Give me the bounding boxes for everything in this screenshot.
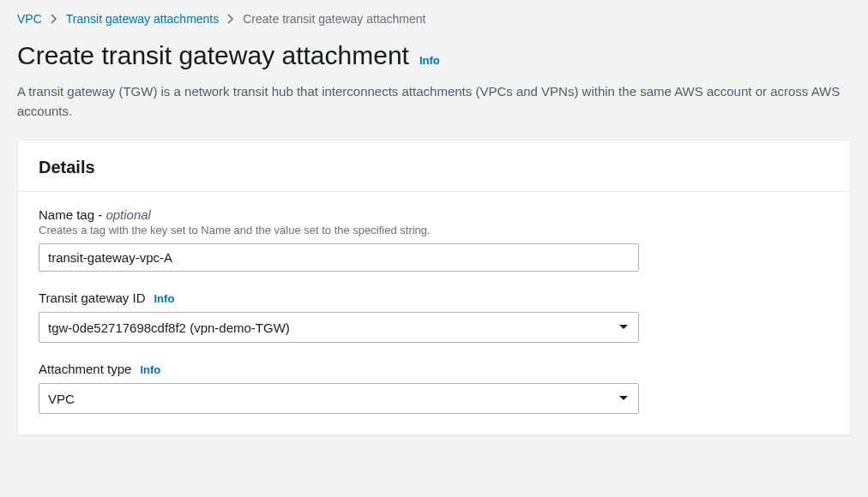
attachment-type-label: Attachment type	[39, 362, 131, 376]
page-description: A transit gateway (TGW) is a network tra…	[17, 82, 841, 121]
name-tag-group: Name tag - optional Creates a tag with t…	[39, 207, 829, 272]
tgw-id-select-value: tgw-0de52717698cdf8f2 (vpn-demo-TGW)	[48, 320, 290, 335]
tgw-id-group: Transit gateway ID Info tgw-0de52717698c…	[39, 290, 829, 343]
breadcrumb: VPC Transit gateway attachments Create t…	[17, 12, 851, 26]
breadcrumb-current: Create transit gateway attachment	[243, 12, 425, 26]
page-title: Create transit gateway attachment	[17, 41, 409, 70]
panel-header: Details	[18, 141, 850, 192]
name-tag-label: Name tag - optional	[39, 207, 151, 222]
tgw-id-select[interactable]: tgw-0de52717698cdf8f2 (vpn-demo-TGW)	[39, 312, 639, 343]
details-panel: Details Name tag - optional Creates a ta…	[17, 140, 851, 435]
attachment-type-select[interactable]: VPC	[39, 383, 639, 414]
attachment-type-info-link[interactable]: Info	[140, 363, 160, 376]
breadcrumb-link-attachments[interactable]: Transit gateway attachments	[66, 12, 219, 26]
page-info-link[interactable]: Info	[419, 54, 440, 67]
chevron-right-icon	[51, 14, 57, 24]
attachment-type-select-value: VPC	[48, 392, 75, 406]
name-tag-description: Creates a tag with the key set to Name a…	[39, 224, 829, 237]
attachment-type-group: Attachment type Info VPC	[39, 362, 829, 414]
tgw-id-label: Transit gateway ID	[39, 290, 146, 305]
tgw-id-info-link[interactable]: Info	[154, 292, 175, 305]
name-tag-input[interactable]	[39, 243, 639, 272]
chevron-right-icon	[227, 14, 234, 24]
details-heading: Details	[39, 158, 829, 177]
breadcrumb-link-vpc[interactable]: VPC	[17, 12, 42, 26]
